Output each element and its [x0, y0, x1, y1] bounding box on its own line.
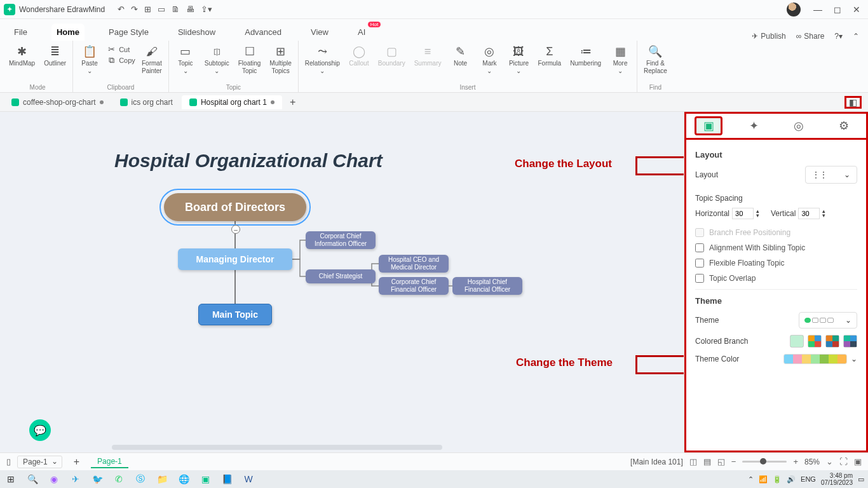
- paste-button[interactable]: 📋Paste⌄: [77, 43, 102, 76]
- wifi-icon[interactable]: 📶: [759, 475, 768, 484]
- save-icon[interactable]: 🗎: [172, 4, 180, 14]
- messenger-icon[interactable]: ◉: [47, 472, 61, 486]
- outliner-button[interactable]: ≣Outliner: [41, 43, 69, 69]
- skype-icon[interactable]: Ⓢ: [133, 472, 147, 486]
- more-button[interactable]: ▦More⌄: [607, 43, 633, 76]
- menu-home[interactable]: Home: [51, 24, 85, 41]
- layout-select[interactable]: ⋮⋮⌄: [805, 166, 857, 184]
- branch-swatch-1[interactable]: [790, 335, 804, 348]
- minimize-icon[interactable]: —: [813, 4, 822, 15]
- chrome-icon[interactable]: 🌐: [177, 472, 191, 486]
- node-sub-5[interactable]: Hospital Chief Financial Officer: [452, 277, 522, 295]
- panel-tab-layout[interactable]: ▣: [695, 116, 722, 135]
- view-mode-3-icon[interactable]: ◱: [717, 457, 725, 466]
- clock[interactable]: 3:48 pm07/19/2023: [821, 472, 853, 486]
- add-page-button[interactable]: +: [69, 456, 85, 468]
- open-icon[interactable]: ▭: [158, 4, 165, 14]
- check-flexible-floating[interactable]: Flexible Floating Topic: [695, 259, 857, 268]
- fullscreen-icon[interactable]: ⛶: [839, 457, 848, 466]
- volume-icon[interactable]: 🔊: [787, 475, 796, 484]
- summary-button[interactable]: ≡Summary: [412, 43, 444, 69]
- formula-button[interactable]: ΣFormula: [535, 43, 564, 69]
- whatsapp-icon[interactable]: ✆: [112, 472, 126, 486]
- panel-tab-style[interactable]: ✦: [740, 116, 768, 135]
- find-replace-button[interactable]: 🔍Find & Replace: [641, 43, 670, 76]
- theme-select[interactable]: ⌄: [799, 312, 857, 329]
- canvas[interactable]: Hospital Organizational Chart Board of D…: [0, 112, 684, 452]
- zoom-in-button[interactable]: +: [793, 457, 798, 466]
- doc-tab-3[interactable]: Hospital org chart 1: [182, 95, 282, 109]
- collapse-toggle[interactable]: –: [231, 225, 240, 234]
- print-icon[interactable]: 🖶: [186, 4, 194, 14]
- check-topic-overlap[interactable]: Topic Overlap: [695, 274, 857, 283]
- spinner-icon[interactable]: ▴▾: [756, 209, 759, 218]
- branch-swatch-2[interactable]: [808, 335, 822, 348]
- chart-title[interactable]: Hospital Organizational Chart: [114, 150, 383, 172]
- mark-button[interactable]: ◎Mark⌄: [477, 43, 502, 76]
- toggle-side-panel-button[interactable]: ◧: [844, 96, 862, 109]
- view-mode-2-icon[interactable]: ▤: [703, 457, 711, 466]
- close-icon[interactable]: ✕: [853, 4, 860, 15]
- branch-swatch-3[interactable]: [825, 335, 839, 348]
- maximize-icon[interactable]: ◻: [834, 4, 841, 15]
- node-sub-3[interactable]: Hospital CEO and Medical Director: [379, 255, 449, 273]
- multiple-topics-button[interactable]: ⊞Multiple Topics: [267, 43, 294, 76]
- redo-icon[interactable]: ↷: [131, 4, 138, 14]
- horizontal-input[interactable]: [732, 208, 754, 219]
- notepad-icon[interactable]: 📘: [220, 472, 234, 486]
- node-sub-2[interactable]: Chief Strategist: [306, 269, 376, 283]
- numbering-button[interactable]: ≔Numbering: [567, 43, 604, 69]
- user-avatar[interactable]: [787, 3, 801, 17]
- chevron-down-icon[interactable]: ⌄: [826, 457, 833, 466]
- battery-icon[interactable]: 🔋: [773, 475, 782, 484]
- undo-icon[interactable]: ↶: [118, 4, 125, 14]
- add-tab-button[interactable]: +: [283, 94, 302, 111]
- publish-button[interactable]: ✈ Publish: [752, 32, 785, 41]
- start-icon[interactable]: ⊞: [4, 472, 18, 486]
- menu-page-style[interactable]: Page Style: [104, 24, 154, 41]
- page-selector[interactable]: Page-1: [17, 456, 62, 468]
- floating-topic-button[interactable]: ☐Floating Topic: [236, 43, 264, 76]
- copy-button[interactable]: ⧉Copy: [106, 55, 135, 65]
- outline-icon[interactable]: ▯: [6, 457, 11, 466]
- collapse-ribbon-icon[interactable]: ⌃: [853, 32, 859, 41]
- menu-advanced[interactable]: Advanced: [240, 24, 287, 41]
- boundary-button[interactable]: ▢Boundary: [376, 43, 408, 69]
- export-icon[interactable]: ⇪▾: [201, 4, 212, 14]
- notifications-icon[interactable]: ▭: [858, 475, 864, 484]
- help-icon[interactable]: ?▾: [834, 32, 843, 41]
- new-icon[interactable]: ⊞: [144, 4, 151, 14]
- picture-button[interactable]: 🖼Picture⌄: [506, 43, 531, 76]
- menu-view[interactable]: View: [306, 24, 334, 41]
- branch-swatch-4[interactable]: [843, 335, 857, 348]
- node-root[interactable]: Board of Directors: [164, 193, 306, 221]
- telegram-icon[interactable]: ✈: [69, 472, 83, 486]
- spinner-icon[interactable]: ▴▾: [822, 209, 825, 218]
- topic-button[interactable]: ▭Topic⌄: [173, 43, 198, 76]
- doc-tab-1[interactable]: coffee-shop-org-chart: [4, 95, 111, 109]
- edrawmind-task-icon[interactable]: ▣: [198, 472, 212, 486]
- help-chat-icon[interactable]: 💬: [29, 419, 51, 441]
- theme-color-select[interactable]: [783, 354, 847, 364]
- bird-icon[interactable]: 🐦: [90, 472, 104, 486]
- note-button[interactable]: ✎Note: [447, 43, 473, 69]
- view-mode-1-icon[interactable]: ◫: [689, 457, 697, 466]
- vertical-input[interactable]: [798, 208, 820, 219]
- menu-file[interactable]: File: [9, 24, 32, 41]
- format-painter-button[interactable]: 🖌Format Painter: [139, 43, 165, 76]
- page-tab[interactable]: Page-1: [91, 456, 128, 468]
- cut-button[interactable]: ✂Cut: [106, 44, 135, 54]
- word-icon[interactable]: W: [241, 472, 255, 486]
- mindmap-button[interactable]: ✱MindMap: [6, 43, 37, 69]
- fit-icon[interactable]: ▣: [854, 457, 862, 466]
- share-button[interactable]: ∞ Share: [796, 32, 825, 41]
- node-managing-director[interactable]: Managing Director: [178, 248, 292, 270]
- horizontal-scrollbar[interactable]: [112, 445, 442, 450]
- menu-slideshow[interactable]: Slideshow: [173, 24, 220, 41]
- zoom-slider[interactable]: [742, 461, 787, 463]
- explorer-icon[interactable]: 📁: [155, 472, 169, 486]
- check-align-sibling[interactable]: Alignment With Sibling Topic: [695, 243, 857, 252]
- tray-up-icon[interactable]: ⌃: [748, 475, 754, 484]
- callout-button[interactable]: ◯Callout: [346, 43, 372, 69]
- doc-tab-2[interactable]: ics org chart: [112, 95, 180, 109]
